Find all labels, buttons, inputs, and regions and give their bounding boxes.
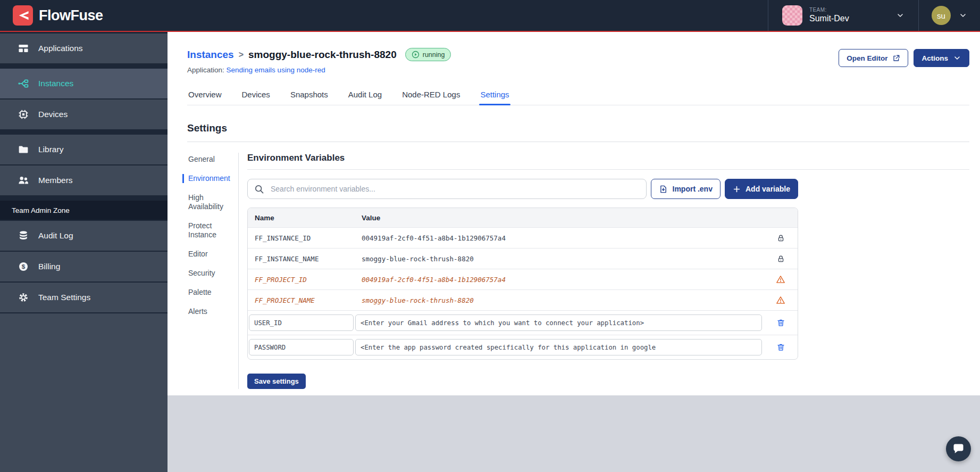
delete-variable-button[interactable]	[775, 342, 786, 353]
devices-icon	[18, 109, 29, 120]
env-value: 004919af-2cf0-4f51-a8b4-1b12906757a4	[362, 276, 506, 284]
search-input[interactable]	[270, 184, 640, 194]
brand[interactable]: FlowFuse	[0, 5, 103, 26]
sidebar-item-billing[interactable]: $Billing	[0, 252, 167, 281]
table-row	[248, 310, 798, 335]
content: Instances > smoggy-blue-rock-thrush-8820…	[167, 32, 980, 395]
sidebar-item-label: Devices	[38, 110, 68, 119]
page-background	[167, 395, 980, 472]
play-circle-icon	[412, 51, 420, 59]
audit-log-icon	[18, 230, 29, 242]
settings-body: GeneralEnvironmentHigh AvailabilityProte…	[182, 153, 969, 389]
open-editor-button[interactable]: Open Editor	[839, 49, 908, 67]
actions-label: Actions	[922, 54, 948, 62]
tab-audit-log[interactable]: Audit Log	[347, 87, 383, 105]
table-row: FF_PROJECT_NAMEsmoggy-blue-rock-thrush-8…	[248, 289, 798, 310]
team-name: Sumit-Dev	[809, 13, 889, 24]
team-admin-zone-header: Team Admin Zone	[0, 201, 167, 220]
warning-icon	[776, 295, 785, 305]
topbar-right: TEAM: Sumit-Dev su	[768, 0, 980, 31]
status-badge: running	[405, 48, 451, 61]
add-variable-button[interactable]: Add variable	[725, 179, 798, 199]
application-label: Application:	[187, 66, 224, 74]
env-value-input[interactable]	[355, 314, 762, 331]
settings-nav-protect-instance[interactable]: Protect Instance	[182, 221, 234, 239]
topbar: FlowFuse TEAM: Sumit-Dev su	[0, 0, 980, 32]
breadcrumb-instances-link[interactable]: Instances	[187, 49, 234, 61]
settings-nav-palette[interactable]: Palette	[182, 288, 234, 297]
members-icon	[18, 175, 29, 186]
settings-nav-environment[interactable]: Environment	[182, 174, 234, 183]
sidebar-item-library[interactable]: Library	[0, 135, 167, 164]
sidebar-item-members[interactable]: Members	[0, 165, 167, 195]
plus-icon	[733, 185, 741, 193]
open-editor-label: Open Editor	[847, 54, 887, 62]
settings-nav-high-availability[interactable]: High Availability	[182, 193, 234, 211]
settings-title: Settings	[187, 122, 969, 134]
sidebar-item-applications[interactable]: Applications	[0, 34, 167, 63]
env-name-input[interactable]	[249, 339, 354, 355]
tab-devices[interactable]: Devices	[241, 87, 271, 105]
save-settings-button[interactable]: Save settings	[247, 374, 306, 389]
main-area: Instances > smoggy-blue-rock-thrush-8820…	[167, 32, 980, 472]
instance-tabs: OverviewDevicesSnapshotsAudit LogNode-RE…	[187, 87, 969, 105]
team-avatar	[782, 5, 802, 26]
team-selector[interactable]: TEAM: Sumit-Dev	[768, 0, 918, 31]
env-name: FF_PROJECT_ID	[255, 276, 307, 284]
sidebar-item-label: Audit Log	[38, 231, 73, 241]
column-header-value: Value	[357, 214, 764, 222]
sidebar-item-label: Applications	[38, 44, 83, 53]
tab-snapshots[interactable]: Snapshots	[289, 87, 329, 105]
sidebar-item-devices[interactable]: Devices	[0, 100, 167, 129]
table-row: FF_INSTANCE_ID004919af-2cf0-4f51-a8b4-1b…	[248, 227, 798, 248]
env-value-input[interactable]	[355, 339, 762, 355]
table-row	[248, 335, 798, 359]
sidebar-item-label: Billing	[38, 262, 60, 271]
settings-nav-editor[interactable]: Editor	[182, 250, 234, 259]
settings-nav: GeneralEnvironmentHigh AvailabilityProte…	[182, 153, 239, 389]
settings-nav-security[interactable]: Security	[182, 269, 234, 278]
table-row: FF_PROJECT_ID004919af-2cf0-4f51-a8b4-1b1…	[248, 269, 798, 289]
tab-settings[interactable]: Settings	[479, 87, 510, 105]
sidebar-group: InstancesDevices	[0, 69, 167, 129]
chevron-down-icon	[953, 54, 961, 62]
application-link[interactable]: Sending emails using node-red	[227, 66, 325, 74]
settings-nav-general[interactable]: General	[182, 155, 234, 164]
application-line: Application: Sending emails using node-r…	[187, 66, 451, 74]
sidebar-item-label: Team Settings	[38, 293, 90, 302]
sidebar-group: Applications	[0, 34, 167, 63]
table-header: Name Value	[248, 208, 798, 227]
external-link-icon	[892, 54, 900, 62]
chat-widget-button[interactable]	[946, 436, 971, 461]
library-icon	[18, 144, 29, 155]
sidebar-item-audit-log[interactable]: Audit Log	[0, 221, 167, 251]
avatar: su	[932, 6, 951, 25]
brand-name: FlowFuse	[39, 7, 103, 24]
tab-overview[interactable]: Overview	[187, 87, 223, 105]
table-row: FF_INSTANCE_NAMEsmoggy-blue-rock-thrush-…	[248, 248, 798, 269]
team-label: TEAM:	[809, 7, 889, 14]
tab-node-red-logs[interactable]: Node-RED Logs	[401, 87, 461, 105]
add-variable-label: Add variable	[746, 185, 790, 193]
settings-divider	[187, 142, 969, 142]
header-actions: Open Editor Actions	[839, 48, 969, 67]
import-env-button[interactable]: Import .env	[651, 179, 721, 199]
environment-panel: Environment Variables Import .env	[239, 153, 969, 389]
search-box	[247, 179, 647, 199]
user-menu[interactable]: su	[918, 0, 980, 31]
flowfuse-logo-icon	[13, 5, 33, 26]
actions-button[interactable]: Actions	[914, 49, 969, 67]
team-settings-icon	[18, 292, 29, 303]
breadcrumb-separator: >	[239, 50, 244, 60]
sidebar-item-instances[interactable]: Instances	[0, 69, 167, 98]
delete-variable-button[interactable]	[775, 317, 786, 328]
env-name: FF_INSTANCE_ID	[255, 234, 311, 242]
page-header: Instances > smoggy-blue-rock-thrush-8820…	[187, 32, 969, 74]
chat-icon	[951, 442, 966, 456]
sidebar-item-team-settings[interactable]: Team Settings	[0, 283, 167, 312]
sidebar-filler	[0, 313, 167, 472]
settings-nav-alerts[interactable]: Alerts	[182, 307, 234, 316]
env-name: FF_PROJECT_NAME	[255, 296, 315, 304]
import-env-label: Import .env	[673, 185, 713, 193]
env-name-input[interactable]	[249, 314, 354, 331]
